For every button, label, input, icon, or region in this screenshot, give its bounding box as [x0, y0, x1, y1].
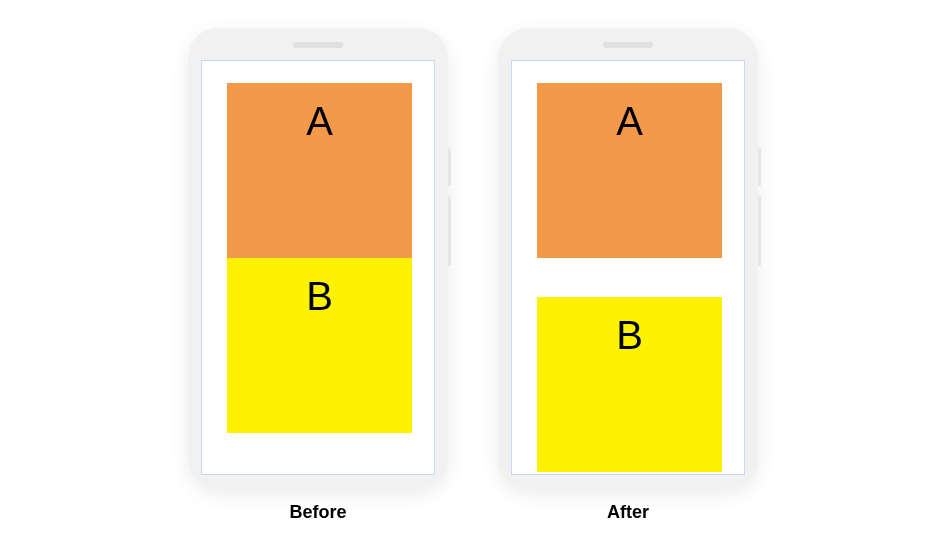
- phone-frame-before: A B: [188, 28, 448, 488]
- block-a-label: A: [616, 99, 643, 258]
- caption-before: Before: [289, 502, 346, 523]
- phone-side-button: [448, 196, 451, 266]
- phone-screen-after: A B: [511, 60, 745, 475]
- block-b-label: B: [616, 313, 643, 472]
- before-phone-container: A B Before: [188, 28, 448, 523]
- phone-side-button: [758, 148, 761, 186]
- block-a-label: A: [306, 99, 333, 258]
- after-phone-container: A B After: [498, 28, 758, 523]
- block-b-after: B: [537, 297, 722, 472]
- phone-speaker: [603, 42, 653, 48]
- phone-side-button: [448, 148, 451, 186]
- phone-speaker: [293, 42, 343, 48]
- phone-screen-before: A B: [201, 60, 435, 475]
- caption-after: After: [607, 502, 649, 523]
- block-a-after: A: [537, 83, 722, 258]
- block-a-before: A: [227, 83, 412, 258]
- block-b-before: B: [227, 258, 412, 433]
- phone-side-button: [758, 196, 761, 266]
- phone-frame-after: A B: [498, 28, 758, 488]
- block-b-label: B: [306, 274, 333, 433]
